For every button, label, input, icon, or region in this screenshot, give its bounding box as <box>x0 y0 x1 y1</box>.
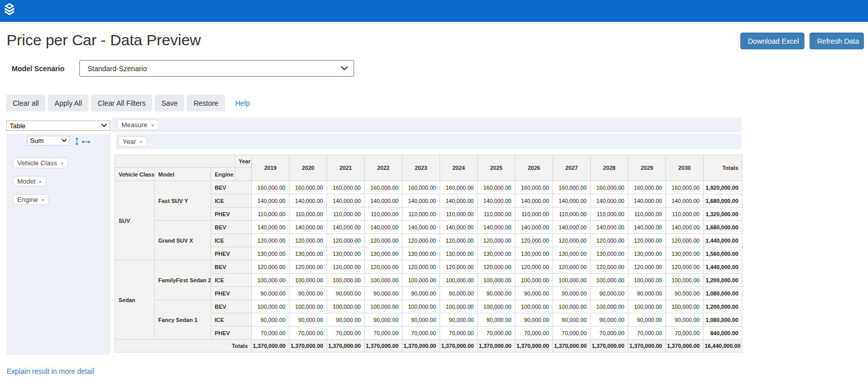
grid-value-cell[interactable]: 100,000.00 <box>440 274 478 287</box>
grid-row-total-cell[interactable]: 1,200,000.00 <box>704 274 742 287</box>
grid-value-cell[interactable]: 140,000.00 <box>290 221 327 234</box>
grid-engine-label[interactable]: BEV <box>211 181 252 194</box>
grid-value-cell[interactable]: 120,000.00 <box>290 260 327 274</box>
grid-vehicle-class-suv[interactable]: SUV <box>115 181 155 260</box>
grid-value-cell[interactable]: 100,000.00 <box>402 274 440 287</box>
grid-model-label[interactable]: Grand SUV X <box>155 221 211 260</box>
grid-value-cell[interactable]: 110,000.00 <box>628 208 666 221</box>
grid-year-header-2022[interactable]: 2022 <box>365 155 402 181</box>
grid-value-cell[interactable]: 90,000.00 <box>290 287 327 300</box>
grid-totals-value-cell[interactable]: 1,370,000.00 <box>365 340 402 352</box>
grid-value-cell[interactable]: 160,000.00 <box>327 181 365 194</box>
grid-value-cell[interactable]: 70,000.00 <box>515 327 553 340</box>
grid-value-cell[interactable]: 160,000.00 <box>365 181 402 194</box>
grid-value-cell[interactable]: 120,000.00 <box>478 234 515 247</box>
grid-value-cell[interactable]: 120,000.00 <box>478 260 515 274</box>
grid-value-cell[interactable]: 130,000.00 <box>628 247 666 260</box>
grid-value-cell[interactable]: 120,000.00 <box>365 260 402 274</box>
grid-row-total-cell[interactable]: 1,440,000.00 <box>704 234 742 247</box>
grid-vehicle-class-sedan[interactable]: Sedan <box>115 260 155 340</box>
grid-value-cell[interactable]: 140,000.00 <box>591 194 628 208</box>
grid-value-cell[interactable]: 90,000.00 <box>478 287 515 300</box>
grid-engine-label[interactable]: PHEV <box>211 287 252 300</box>
grid-value-cell[interactable]: 120,000.00 <box>252 260 290 274</box>
grid-row-total-cell[interactable]: 840,000.00 <box>704 327 742 340</box>
grid-value-cell[interactable]: 100,000.00 <box>591 300 628 313</box>
grid-value-cell[interactable]: 160,000.00 <box>440 181 478 194</box>
grid-value-cell[interactable]: 140,000.00 <box>252 194 290 208</box>
grid-row-header-engine[interactable]: Engine <box>211 168 235 181</box>
grid-value-cell[interactable]: 70,000.00 <box>666 327 704 340</box>
grid-value-cell[interactable]: 160,000.00 <box>515 181 553 194</box>
grid-value-cell[interactable]: 110,000.00 <box>290 208 327 221</box>
grid-totals-value-cell[interactable]: 1,370,000.00 <box>515 340 553 352</box>
apply-all-button[interactable]: Apply All <box>48 95 89 111</box>
grid-value-cell[interactable]: 140,000.00 <box>515 194 553 208</box>
move-horizontal-icon[interactable] <box>81 139 91 144</box>
grid-value-cell[interactable]: 140,000.00 <box>591 221 628 234</box>
grid-engine-label[interactable]: PHEV <box>211 247 252 260</box>
grid-value-cell[interactable]: 90,000.00 <box>402 313 440 327</box>
grid-value-cell[interactable]: 120,000.00 <box>440 234 478 247</box>
grid-year-header-2029[interactable]: 2029 <box>628 155 666 181</box>
grid-totals-value-cell[interactable]: 1,370,000.00 <box>591 340 628 352</box>
grid-value-cell[interactable]: 90,000.00 <box>666 287 704 300</box>
grid-value-cell[interactable]: 90,000.00 <box>440 313 478 327</box>
save-button[interactable]: Save <box>155 95 184 111</box>
grid-value-cell[interactable]: 140,000.00 <box>553 221 591 234</box>
grid-value-cell[interactable]: 110,000.00 <box>666 208 704 221</box>
grid-value-cell[interactable]: 90,000.00 <box>327 313 365 327</box>
grid-totals-value-cell[interactable]: 1,370,000.00 <box>252 340 290 352</box>
grid-totals-value-cell[interactable]: 1,370,000.00 <box>553 340 591 352</box>
grid-value-cell[interactable]: 140,000.00 <box>666 194 704 208</box>
grid-row-header-model[interactable]: Model <box>155 168 211 181</box>
grid-year-header-2026[interactable]: 2026 <box>515 155 553 181</box>
grid-engine-label[interactable]: ICE <box>211 274 252 287</box>
grid-value-cell[interactable]: 90,000.00 <box>440 287 478 300</box>
grid-value-cell[interactable]: 90,000.00 <box>515 287 553 300</box>
grid-value-cell[interactable]: 90,000.00 <box>365 287 402 300</box>
grid-model-label[interactable]: Fast SUV Y <box>155 181 211 221</box>
grid-row-total-cell[interactable]: 1,560,000.00 <box>704 247 742 260</box>
grid-value-cell[interactable]: 90,000.00 <box>290 313 327 327</box>
grid-value-cell[interactable]: 120,000.00 <box>628 260 666 274</box>
grid-year-header-2019[interactable]: 2019 <box>252 155 290 181</box>
grid-value-cell[interactable]: 120,000.00 <box>402 260 440 274</box>
grid-value-cell[interactable]: 140,000.00 <box>252 221 290 234</box>
grid-engine-label[interactable]: ICE <box>211 194 252 208</box>
grid-value-cell[interactable]: 120,000.00 <box>327 234 365 247</box>
grid-value-cell[interactable]: 90,000.00 <box>553 287 591 300</box>
grid-row-total-cell[interactable]: 1,920,000.00 <box>704 181 742 194</box>
grid-totals-value-cell[interactable]: 1,370,000.00 <box>440 340 478 352</box>
grid-model-label[interactable]: Fancy Sedan 1 <box>155 300 211 340</box>
grid-row-total-cell[interactable]: 1,440,000.00 <box>704 260 742 274</box>
clear-all-button[interactable]: Clear all <box>6 95 45 111</box>
grid-value-cell[interactable]: 120,000.00 <box>252 234 290 247</box>
grid-value-cell[interactable]: 140,000.00 <box>402 221 440 234</box>
grid-year-header-2024[interactable]: 2024 <box>440 155 478 181</box>
clear-all-filters-button[interactable]: Clear All Filters <box>91 95 152 111</box>
grid-value-cell[interactable]: 160,000.00 <box>628 181 666 194</box>
grid-value-cell[interactable]: 100,000.00 <box>515 300 553 313</box>
grid-value-cell[interactable]: 90,000.00 <box>402 287 440 300</box>
grid-value-cell[interactable]: 160,000.00 <box>478 181 515 194</box>
grid-value-cell[interactable]: 120,000.00 <box>553 234 591 247</box>
grid-value-cell[interactable]: 130,000.00 <box>252 247 290 260</box>
grid-row-total-cell[interactable]: 1,080,000.00 <box>704 313 742 327</box>
grid-value-cell[interactable]: 70,000.00 <box>478 327 515 340</box>
grid-value-cell[interactable]: 120,000.00 <box>402 234 440 247</box>
grid-value-cell[interactable]: 90,000.00 <box>478 313 515 327</box>
grid-value-cell[interactable]: 90,000.00 <box>252 313 290 327</box>
grid-value-cell[interactable]: 100,000.00 <box>252 274 290 287</box>
grid-row-total-cell[interactable]: 1,680,000.00 <box>704 221 742 234</box>
grid-value-cell[interactable]: 100,000.00 <box>628 300 666 313</box>
grid-value-cell[interactable]: 160,000.00 <box>290 181 327 194</box>
grid-value-cell[interactable]: 100,000.00 <box>365 300 402 313</box>
grid-value-cell[interactable]: 120,000.00 <box>591 260 628 274</box>
grid-year-header-2025[interactable]: 2025 <box>478 155 515 181</box>
grid-value-cell[interactable]: 70,000.00 <box>252 327 290 340</box>
grid-totals-value-cell[interactable]: 1,370,000.00 <box>402 340 440 352</box>
layers-cube-icon[interactable] <box>4 3 15 15</box>
grid-value-cell[interactable]: 110,000.00 <box>478 208 515 221</box>
grid-year-header-2030[interactable]: 2030 <box>666 155 704 181</box>
